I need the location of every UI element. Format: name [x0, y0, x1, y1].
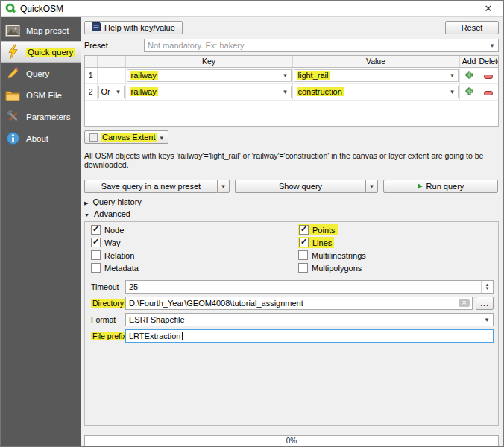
collapsed-arrow-icon: [84, 197, 88, 206]
checkbox-points[interactable]: Points: [298, 225, 338, 235]
quick-query-panel: Help with key/value Reset Preset Not man…: [81, 17, 504, 447]
key-value: railway: [130, 87, 158, 96]
text-caret: [182, 332, 183, 340]
timeout-label: Timeout: [91, 282, 122, 291]
map-preset-icon: [4, 25, 21, 37]
value-value: construction: [297, 87, 344, 96]
checkbox-node[interactable]: Node: [91, 225, 298, 235]
operator-value: Or: [99, 87, 113, 96]
file-prefix-label: File prefix: [91, 332, 128, 340]
progress-bar: 0%: [84, 435, 499, 447]
file-prefix-value: LRTExtraction: [129, 332, 181, 340]
sidebar-item-map-preset[interactable]: Map preset: [1, 19, 81, 41]
key-combobox[interactable]: railway: [127, 69, 292, 82]
checkbox-icon: [299, 225, 309, 235]
row-number: 2: [85, 83, 97, 100]
plus-icon: [465, 87, 473, 95]
clear-icon[interactable]: [459, 299, 470, 307]
key-combobox[interactable]: railway: [127, 86, 292, 98]
preset-placeholder: Not mandatory. Ex: bakery: [145, 41, 486, 50]
quickosm-dialog: QuickOSM ✕ Map preset: [0, 0, 504, 447]
advanced-section[interactable]: Advanced: [84, 209, 499, 218]
reset-button[interactable]: Reset: [445, 21, 499, 34]
help-key-value-button[interactable]: Help with key/value: [84, 21, 183, 34]
checkbox-icon: [91, 263, 101, 273]
operator-combobox[interactable]: Or: [98, 86, 125, 98]
sidebar: Map preset Quick query Q: [1, 17, 81, 447]
sidebar-item-label: OSM File: [26, 91, 62, 100]
delete-row-button[interactable]: [481, 71, 496, 83]
extent-checkbox-icon: [89, 133, 98, 142]
title-bar: QuickOSM ✕: [1, 1, 503, 17]
extent-label: Canvas Extent: [101, 133, 157, 142]
pencil-icon: [4, 67, 21, 80]
advanced-label: Advanced: [94, 209, 130, 218]
advanced-panel: Node Points Way: [84, 221, 499, 425]
sidebar-item-label: Query: [26, 69, 49, 78]
file-prefix-field[interactable]: LRTExtraction: [125, 329, 494, 343]
lightning-icon: [4, 44, 21, 60]
show-query-dropdown[interactable]: [365, 180, 378, 193]
chevron-down-icon: [280, 89, 291, 95]
checkbox-icon: [299, 238, 309, 247]
directory-label: Directory: [91, 299, 125, 308]
key-column-header: Key: [125, 56, 292, 67]
timeout-value: 25: [126, 282, 481, 291]
close-icon[interactable]: ✕: [473, 1, 503, 17]
preset-label: Preset: [84, 41, 144, 50]
checkbox-metadata[interactable]: Metadata: [91, 263, 298, 273]
format-label: Format: [91, 315, 122, 324]
checkbox-multilinestrings[interactable]: Multilinestrings: [298, 250, 494, 260]
folder-icon: [4, 89, 21, 101]
query-table: Key Value Add Delete 1 railway: [84, 55, 499, 127]
save-preset-button[interactable]: Save query in a new preset: [84, 180, 217, 193]
extent-selector-button[interactable]: Canvas Extent: [84, 130, 168, 144]
checkbox-icon: [91, 250, 101, 260]
add-column-header: Add: [459, 56, 479, 67]
sidebar-item-about[interactable]: About: [1, 127, 81, 149]
checkbox-lines[interactable]: Lines: [298, 238, 334, 247]
help-doc-icon: [92, 22, 101, 33]
spinner-arrows-icon[interactable]: ▲▼: [481, 281, 493, 293]
show-query-button[interactable]: Show query: [235, 180, 365, 193]
query-history-section[interactable]: Query history: [84, 197, 499, 206]
format-combobox[interactable]: ESRI Shapefile: [125, 313, 494, 326]
add-row-button[interactable]: [462, 86, 476, 98]
chevron-down-icon: [486, 42, 498, 49]
minus-icon: [484, 74, 493, 79]
table-header-row: Key Value Add Delete: [85, 56, 498, 67]
sidebar-item-query[interactable]: Query: [1, 63, 81, 84]
chevron-down-icon: [280, 72, 291, 79]
value-combobox[interactable]: light_rail: [294, 69, 459, 82]
sidebar-item-quick-query[interactable]: Quick query: [1, 41, 81, 63]
directory-value: D:\Fourth_Year\GEOM4008\tutorial_assignm…: [129, 299, 303, 308]
corner-header: [85, 56, 97, 67]
table-row: 1 railway light_rail: [85, 67, 498, 83]
save-preset-dropdown[interactable]: [217, 180, 230, 193]
timeout-spinner[interactable]: 25 ▲▼: [125, 280, 494, 294]
add-row-button[interactable]: [462, 69, 476, 81]
checkbox-multipolygons[interactable]: Multipolygons: [298, 263, 494, 273]
browse-button[interactable]: ...: [476, 297, 494, 310]
chevron-down-icon: [481, 317, 493, 323]
checkbox-relation[interactable]: Relation: [91, 250, 298, 260]
sidebar-item-label: About: [26, 134, 48, 143]
run-query-button[interactable]: Run query: [383, 180, 498, 193]
key-value: railway: [130, 71, 158, 80]
minus-icon: [484, 91, 493, 95]
directory-field[interactable]: D:\Fourth_Year\GEOM4008\tutorial_assignm…: [125, 297, 473, 310]
checkbox-way[interactable]: Way: [91, 238, 298, 247]
table-row: 2 Or railway: [85, 83, 498, 100]
sidebar-item-parameters[interactable]: Parameters: [1, 106, 81, 127]
checkbox-icon: [91, 225, 101, 235]
delete-row-button[interactable]: [481, 87, 496, 99]
help-button-label: Help with key/value: [104, 23, 175, 32]
window-title: QuickOSM: [20, 4, 63, 14]
format-value: ESRI Shapefile: [126, 315, 481, 324]
expanded-arrow-icon: [84, 209, 89, 218]
sidebar-item-osm-file[interactable]: OSM File: [1, 84, 81, 106]
value-value: light_rail: [297, 71, 330, 80]
play-icon: [418, 183, 423, 189]
value-combobox[interactable]: construction: [294, 86, 459, 98]
preset-combobox[interactable]: Not mandatory. Ex: bakery: [144, 39, 499, 52]
